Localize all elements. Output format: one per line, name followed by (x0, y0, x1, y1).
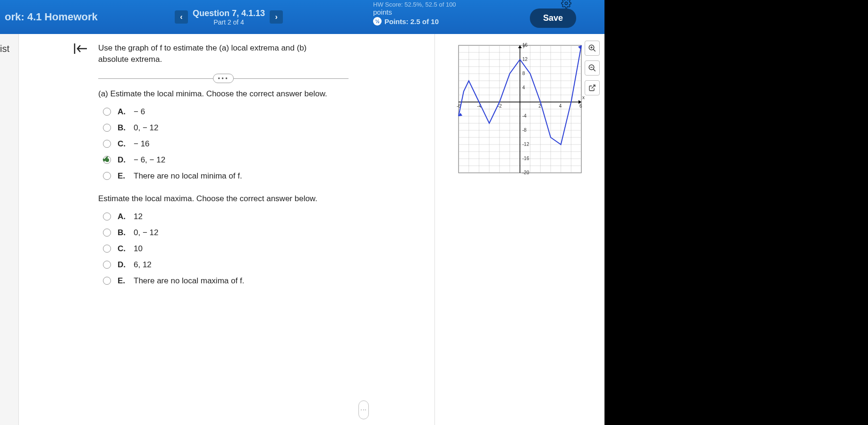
question-indicator: Question 7, 4.1.13 Part 2 of 4 (193, 8, 265, 26)
radio-button[interactable] (103, 245, 111, 253)
part-b-options: A.12B.0, − 12C.10D.6, 12E.There are no l… (103, 212, 425, 286)
answer-option[interactable]: C.10 (103, 244, 425, 254)
answer-option[interactable]: C.− 16 (103, 139, 425, 149)
option-letter: E. (118, 276, 127, 286)
header-bar: ork: 4.1 Homework ‹ Question 7, 4.1.13 P… (0, 0, 604, 34)
popout-button[interactable] (585, 80, 600, 95)
save-button[interactable]: Save (530, 8, 576, 28)
part-a-options: A.− 6B.0, − 12C.− 16✔D.− 6, − 12E.There … (103, 107, 425, 181)
option-letter: A. (118, 107, 127, 117)
option-letter: B. (118, 123, 127, 133)
option-text: 6, 12 (134, 260, 152, 270)
option-text: − 6, − 12 (134, 155, 165, 165)
svg-line-66 (592, 85, 595, 88)
radio-button[interactable] (103, 124, 111, 132)
radio-button[interactable] (103, 229, 111, 237)
radio-button[interactable] (103, 261, 111, 269)
answer-option[interactable]: D.6, 12 (103, 260, 425, 270)
answer-option[interactable]: B.0, − 12 (103, 228, 425, 238)
svg-text:8: 8 (522, 71, 525, 76)
more-pill-button[interactable]: ●●● (213, 74, 234, 83)
svg-text:x: x (582, 95, 585, 100)
radio-button[interactable]: ✔ (103, 156, 111, 164)
radio-button[interactable] (103, 140, 111, 148)
svg-marker-39 (518, 45, 522, 48)
option-text: There are no local minima of f. (134, 171, 242, 181)
points-value: Points: 2.5 of 10 (384, 17, 439, 26)
part-a2-prompt: Estimate the local maxima. Choose the co… (98, 194, 353, 204)
graph-box: 161284-4-8-12-16-20-6-4-2246yx (454, 41, 586, 178)
option-text: 10 (134, 244, 143, 254)
svg-text:4: 4 (522, 85, 525, 90)
sidebar-stub: ist (0, 34, 19, 425)
gear-icon[interactable] (561, 0, 571, 8)
question-nav: ‹ Question 7, 4.1.13 Part 2 of 4 › (175, 8, 283, 26)
question-part: Part 2 of 4 (193, 18, 265, 26)
prompt-divider: ●●● (98, 78, 349, 79)
option-letter: C. (118, 244, 127, 254)
next-question-button[interactable]: › (270, 10, 283, 24)
svg-line-60 (593, 49, 596, 51)
svg-text:4: 4 (559, 103, 562, 109)
answer-option[interactable]: A.12 (103, 212, 425, 221)
hw-score-line: HW Score: 52.5%, 52.5 of 100 (373, 1, 456, 8)
answer-option[interactable]: B.0, − 12 (103, 123, 425, 133)
part-a-prompt: (a) Estimate the local minima. Choose th… (98, 89, 353, 99)
answer-option[interactable]: E.There are no local maxima of f. (103, 276, 425, 286)
radio-button[interactable] (103, 277, 111, 285)
option-letter: C. (118, 139, 127, 149)
svg-text:-4: -4 (522, 113, 527, 119)
graph-svg: 161284-4-8-12-16-20-6-4-2246yx (454, 41, 586, 178)
svg-text:y: y (523, 43, 525, 48)
svg-text:-8: -8 (522, 128, 527, 133)
option-text: There are no local maxima of f. (134, 276, 244, 286)
option-letter: D. (118, 260, 127, 270)
option-text: 0, − 12 (134, 228, 158, 238)
svg-text:-16: -16 (522, 156, 529, 161)
score-block: HW Score: 52.5%, 52.5 of 100 points ½ Po… (373, 1, 456, 26)
collapse-sidebar-icon[interactable] (74, 42, 88, 425)
check-icon: ✔ (102, 154, 109, 164)
svg-text:6: 6 (579, 103, 582, 109)
svg-text:12: 12 (522, 57, 528, 62)
option-letter: B. (118, 228, 127, 238)
option-text: − 16 (134, 139, 150, 149)
points-label: points (373, 8, 456, 16)
answer-option[interactable]: ✔D.− 6, − 12 (103, 155, 425, 165)
question-number: Question 7, 4.1.13 (193, 8, 265, 18)
prev-question-button[interactable]: ‹ (175, 10, 188, 24)
vertical-drag-handle[interactable]: ⋮ (358, 400, 369, 419)
zoom-in-button[interactable] (585, 41, 600, 56)
graph-tools (585, 41, 600, 95)
svg-line-64 (593, 69, 596, 71)
radio-button[interactable] (103, 172, 111, 180)
option-letter: D. (118, 155, 127, 165)
option-text: − 6 (134, 107, 145, 117)
svg-text:-20: -20 (522, 170, 529, 175)
option-letter: E. (118, 171, 127, 181)
homework-title: ork: 4.1 Homework (5, 11, 175, 23)
option-text: 12 (134, 212, 143, 221)
answer-option[interactable]: E.There are no local minima of f. (103, 171, 425, 181)
zoom-out-button[interactable] (585, 60, 600, 76)
app-window: ork: 4.1 Homework ‹ Question 7, 4.1.13 P… (0, 0, 604, 425)
option-text: 0, − 12 (134, 123, 158, 133)
svg-point-0 (565, 2, 568, 5)
body: ist Use the graph of f to estimate the (… (0, 34, 604, 425)
answer-option[interactable]: A.− 6 (103, 107, 425, 117)
points-fraction-icon: ½ (373, 17, 382, 26)
svg-text:-12: -12 (522, 142, 529, 147)
question-prompt: Use the graph of f to estimate the (a) l… (98, 42, 325, 65)
radio-button[interactable] (103, 212, 111, 221)
graph-panel: 161284-4-8-12-16-20-6-4-2246yx (434, 34, 604, 425)
radio-button[interactable] (103, 108, 111, 116)
collapse-column (19, 34, 94, 425)
question-content: Use the graph of f to estimate the (a) l… (94, 34, 434, 425)
option-letter: A. (118, 212, 127, 221)
